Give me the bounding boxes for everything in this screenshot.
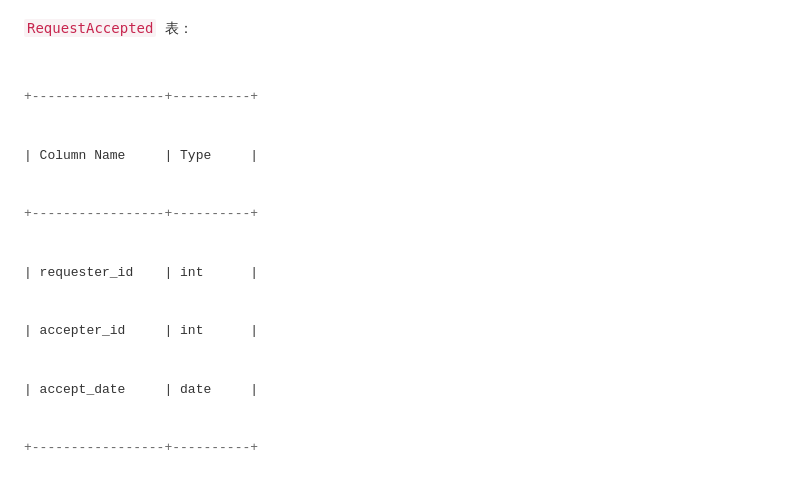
table-label: RequestAccepted 表： — [24, 20, 770, 38]
border-bottom: +-----------------+----------+ — [24, 438, 770, 458]
table-row-2: | accepter_id | int | — [24, 321, 770, 341]
table-name: RequestAccepted — [24, 19, 156, 37]
page-content: RequestAccepted 表： +-----------------+--… — [24, 20, 770, 501]
table-row-3: | accept_date | date | — [24, 380, 770, 400]
db-table: +-----------------+----------+ | Column … — [24, 48, 770, 497]
header-row: | Column Name | Type | — [24, 146, 770, 166]
border-top: +-----------------+----------+ — [24, 87, 770, 107]
table-row-1: | requester_id | int | — [24, 263, 770, 283]
border-mid: +-----------------+----------+ — [24, 204, 770, 224]
page-wrapper: RequestAccepted 表： +-----------------+--… — [24, 20, 770, 501]
table-label-suffix: 表： — [156, 20, 192, 36]
